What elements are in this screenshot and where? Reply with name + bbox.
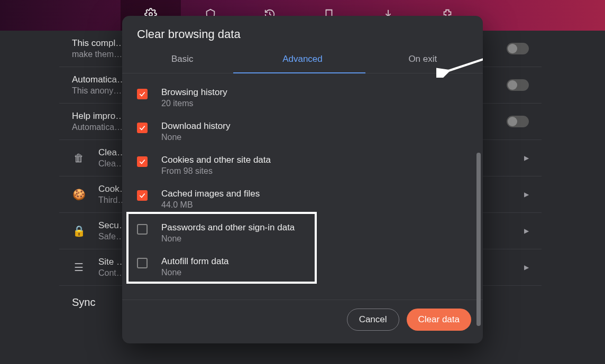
checkbox[interactable] xyxy=(137,156,148,167)
options-pane: Browsing history 20 items Download histo… xyxy=(122,73,483,300)
clear-data-dialog: Clear browsing data Basic Advanced On ex… xyxy=(122,16,483,343)
option-label: Autofill form data xyxy=(161,256,229,267)
option-sublabel: None xyxy=(161,234,295,244)
dialog-footer: Cancel Clear data xyxy=(122,300,483,343)
clear-data-button[interactable]: Clear data xyxy=(407,309,471,331)
checkbox[interactable] xyxy=(137,190,148,201)
dialog-title: Clear browsing data xyxy=(122,16,483,46)
option-sublabel: None xyxy=(161,133,230,142)
option-cookies[interactable]: Cookies and other site data From 98 site… xyxy=(137,150,468,183)
checkbox[interactable] xyxy=(137,89,148,99)
option-label: Passwords and other sign-in data xyxy=(161,222,295,233)
option-cached[interactable]: Cached images and files 44.0 MB xyxy=(137,183,468,217)
dialog-tabs: Basic Advanced On exit xyxy=(122,46,483,73)
tab-basic[interactable]: Basic xyxy=(122,46,242,73)
option-sublabel: None xyxy=(161,268,229,277)
option-sublabel: 20 items xyxy=(161,99,227,108)
option-label: Cached images and files xyxy=(161,189,260,199)
checkbox[interactable] xyxy=(137,123,148,133)
option-label: Download history xyxy=(161,121,230,132)
checkbox[interactable] xyxy=(137,258,148,268)
option-label: Browsing history xyxy=(161,87,227,98)
option-browsing-history[interactable]: Browsing history 20 items xyxy=(137,82,468,116)
option-sublabel: 44.0 MB xyxy=(161,200,260,210)
checkbox[interactable] xyxy=(137,224,148,235)
option-label: Cookies and other site data xyxy=(161,155,271,165)
scrollbar[interactable] xyxy=(476,153,481,326)
option-sublabel: From 98 sites xyxy=(161,166,271,176)
tab-onexit[interactable]: On exit xyxy=(363,46,483,73)
option-passwords[interactable]: Passwords and other sign-in data None xyxy=(137,217,468,251)
option-download-history[interactable]: Download history None xyxy=(137,116,468,150)
modal-overlay: Clear browsing data Basic Advanced On ex… xyxy=(0,0,605,364)
cancel-button[interactable]: Cancel xyxy=(347,309,399,331)
tab-advanced[interactable]: Advanced xyxy=(242,46,362,73)
option-autofill[interactable]: Autofill form data None xyxy=(137,251,468,285)
